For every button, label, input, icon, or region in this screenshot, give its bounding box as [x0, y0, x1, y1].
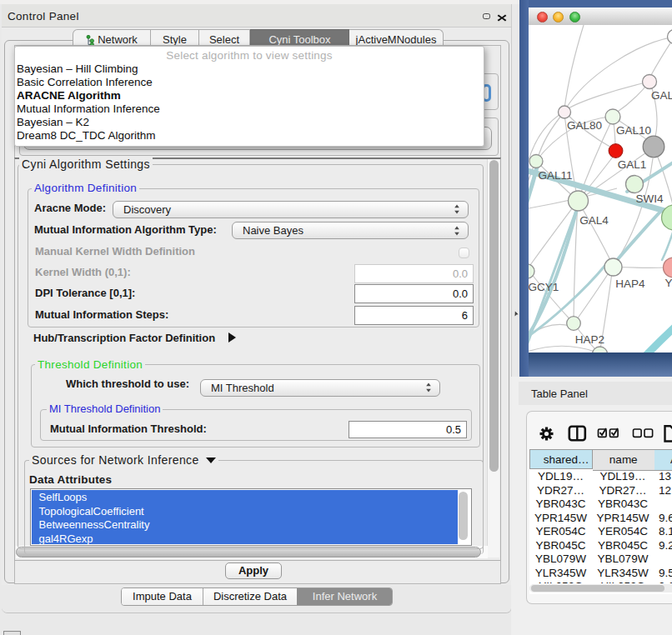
svg-text:GAL80: GAL80	[567, 119, 602, 132]
svg-text:GAL11: GAL11	[538, 169, 572, 182]
svg-text:GAL10: GAL10	[616, 124, 651, 137]
svg-text:GCY1: GCY1	[529, 281, 559, 293]
svg-text:HAP2: HAP2	[575, 333, 604, 346]
svg-text:GAL1: GAL1	[618, 158, 647, 171]
svg-text:YE: YE	[665, 277, 672, 289]
svg-text:GAL7: GAL7	[651, 89, 672, 102]
svg-text:GAL4: GAL4	[579, 214, 609, 227]
svg-text:SWI4: SWI4	[635, 192, 663, 205]
svg-text:HAP4: HAP4	[615, 278, 645, 290]
